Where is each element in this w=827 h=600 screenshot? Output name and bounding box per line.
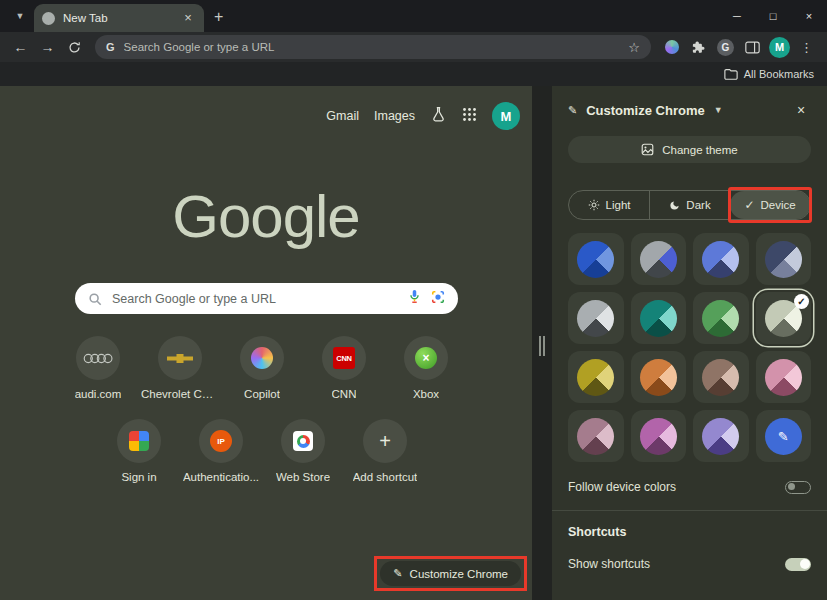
- shortcut-tile-cnn[interactable]: CNNCNN: [303, 336, 385, 400]
- theme-swatch-orchid[interactable]: [631, 410, 687, 462]
- shortcut-tile-xbox[interactable]: ×Xbox: [385, 336, 467, 400]
- theme-swatch-navy-gray[interactable]: [756, 233, 812, 285]
- menu-kebab-icon[interactable]: ⋮: [794, 35, 819, 60]
- g-badge-icon[interactable]: G: [713, 35, 738, 60]
- mode-label: Light: [606, 199, 631, 211]
- shortcut-tile-authenticatio[interactable]: IPAuthenticatio...: [180, 419, 262, 483]
- pencil-icon: ✎: [393, 567, 402, 580]
- follow-device-colors-toggle[interactable]: [785, 481, 811, 494]
- plus-icon: +: [363, 419, 407, 463]
- pinned-extension-icon[interactable]: [659, 35, 684, 60]
- theme-swatch-mauve[interactable]: [568, 410, 624, 462]
- theme-swatch-periwinkle[interactable]: [693, 233, 749, 285]
- theme-swatch-teal[interactable]: [631, 292, 687, 344]
- all-bookmarks-label[interactable]: All Bookmarks: [744, 68, 814, 80]
- annotation-box-customize: ✎ Customize Chrome: [374, 556, 527, 591]
- theme-swatch-olive-yellow[interactable]: [568, 351, 624, 403]
- new-tab-page: Gmail Images M Google audi.comChevrolet …: [0, 86, 532, 600]
- address-bar[interactable]: G ☆: [95, 35, 651, 59]
- pencil-icon: ✎: [778, 429, 789, 444]
- appearance-mode-switcher: LightDark✓Device: [568, 190, 811, 220]
- side-panel-icon[interactable]: [740, 35, 765, 60]
- toolbar: ← → G ☆ G M ⋮: [0, 32, 827, 62]
- show-shortcuts-label: Show shortcuts: [568, 557, 650, 571]
- shortcut-label: Xbox: [413, 388, 439, 400]
- maximize-button[interactable]: □: [755, 0, 791, 32]
- theme-swatch-gray-blue[interactable]: [631, 233, 687, 285]
- panel-close-icon[interactable]: ×: [791, 102, 811, 118]
- images-link[interactable]: Images: [374, 109, 415, 123]
- back-icon[interactable]: ←: [8, 35, 33, 60]
- google-lens-icon[interactable]: [431, 290, 445, 308]
- address-input[interactable]: [124, 41, 620, 53]
- profile-avatar[interactable]: M: [767, 35, 792, 60]
- shortcut-tile-copilot[interactable]: Copilot: [221, 336, 303, 400]
- show-shortcuts-toggle[interactable]: [785, 558, 811, 571]
- shortcut-label: Add shortcut: [353, 471, 418, 483]
- change-theme-button[interactable]: Change theme: [568, 136, 811, 163]
- ntp-top-links: Gmail Images M: [326, 102, 520, 130]
- tab-close-icon[interactable]: ×: [180, 10, 196, 26]
- shortcut-label: CNN: [332, 388, 357, 400]
- gmail-link[interactable]: Gmail: [326, 109, 359, 123]
- bookmark-star-icon[interactable]: ☆: [628, 40, 640, 55]
- tab-search-chevron-icon[interactable]: ▼: [8, 4, 32, 28]
- swatch-circle: [765, 359, 802, 396]
- search-icon: [88, 292, 102, 306]
- shortcut-tile-sign-in[interactable]: Sign in: [98, 419, 180, 483]
- shortcuts-section-title: Shortcuts: [568, 525, 811, 539]
- follow-device-colors-label: Follow device colors: [568, 480, 676, 494]
- shortcuts-row-1: audi.comChevrolet Car...CopilotCNNCNN×Xb…: [57, 336, 467, 400]
- browser-tab[interactable]: New Tab ×: [34, 4, 204, 32]
- theme-swatch-gray[interactable]: [568, 292, 624, 344]
- shortcut-tile-add-shortcut[interactable]: +Add shortcut: [344, 419, 426, 483]
- minimize-button[interactable]: ─: [719, 0, 755, 32]
- swatch-circle: [640, 241, 677, 278]
- shortcut-tile-chevrolet-car[interactable]: Chevrolet Car...: [139, 336, 221, 400]
- tab-title: New Tab: [63, 12, 172, 24]
- bookmarks-bar: All Bookmarks: [0, 62, 827, 86]
- swatch-circle: [765, 241, 802, 278]
- theme-swatch-sage[interactable]: ✓: [756, 292, 812, 344]
- image-icon: [641, 143, 654, 156]
- selected-check-badge: ✓: [794, 294, 809, 309]
- mode-label: Device: [760, 199, 795, 211]
- theme-swatch-green[interactable]: [693, 292, 749, 344]
- swatch-circle: [577, 300, 614, 337]
- shortcut-label: Web Store: [276, 471, 330, 483]
- theme-swatch-purple[interactable]: [693, 410, 749, 462]
- shortcut-tile-audi-com[interactable]: audi.com: [57, 336, 139, 400]
- mode-device-button[interactable]: ✓Device: [730, 191, 810, 219]
- theme-swatch-taupe[interactable]: [693, 351, 749, 403]
- close-button[interactable]: ×: [791, 0, 827, 32]
- reload-icon[interactable]: [62, 35, 87, 60]
- pencil-icon: ✎: [568, 104, 577, 117]
- tab-favicon-icon: [42, 12, 55, 25]
- apps-grid-icon[interactable]: [462, 107, 477, 125]
- theme-swatch-orange[interactable]: [631, 351, 687, 403]
- panel-resize-handle[interactable]: [539, 336, 545, 356]
- theme-swatch-blue[interactable]: [568, 233, 624, 285]
- copilot-icon: [240, 336, 284, 380]
- swatch-circle: [577, 418, 614, 455]
- ntp-profile-avatar[interactable]: M: [492, 102, 520, 130]
- mode-dark-button[interactable]: Dark: [649, 191, 730, 219]
- swatch-circle: ✎: [765, 418, 802, 455]
- theme-swatch-pink[interactable]: [756, 351, 812, 403]
- ntp-search-bar[interactable]: [75, 283, 458, 314]
- shortcut-tile-web-store[interactable]: Web Store: [262, 419, 344, 483]
- customize-chrome-button[interactable]: ✎ Customize Chrome: [380, 561, 521, 586]
- forward-icon[interactable]: →: [35, 35, 60, 60]
- window-controls: ─ □ ×: [719, 0, 827, 32]
- google-g-icon: G: [106, 41, 115, 53]
- custom-color-swatch[interactable]: ✎: [756, 410, 812, 462]
- ntp-search-input[interactable]: [112, 292, 398, 306]
- labs-flask-icon[interactable]: [430, 106, 447, 126]
- extensions-puzzle-icon[interactable]: [686, 35, 711, 60]
- chevron-down-icon[interactable]: ▼: [714, 105, 723, 115]
- mode-light-button[interactable]: Light: [569, 191, 649, 219]
- mode-label: Dark: [686, 199, 710, 211]
- voice-search-mic-icon[interactable]: [408, 289, 421, 308]
- new-tab-button[interactable]: +: [214, 9, 223, 25]
- swatch-circle: [702, 241, 739, 278]
